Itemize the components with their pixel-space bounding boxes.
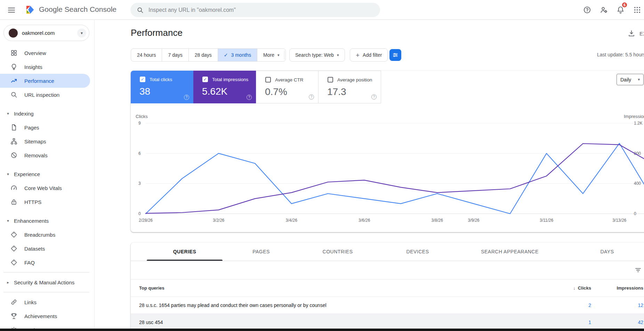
url-inspection-searchbar[interactable] [130,3,380,17]
help-icon[interactable]: ? [309,94,314,100]
date-filter-3-months[interactable]: ✓ 3 months [218,49,257,61]
svg-text:Impressions: Impressions [624,114,644,119]
chevron-down-icon: ▾ [337,53,339,57]
tab-pages[interactable]: PAGES [225,243,298,261]
user-settings-icon[interactable] [600,6,608,14]
sidebar-item-removals[interactable]: Removals [0,148,94,162]
property-name: oakmorel.com [22,30,55,36]
breadcrumbs-icon [10,231,17,238]
metric-card-total-clicks[interactable]: ✓ Total clicks 38 ? [131,71,193,103]
svg-text:Clicks: Clicks [136,114,148,119]
table-row[interactable]: 28 u.s.c. 1654 parties may plead and con… [131,297,644,314]
checkbox-icon[interactable]: ✓ [202,77,208,82]
chevron-down-icon: ▾ [6,172,10,176]
help-icon[interactable] [583,6,591,14]
metric-card-average-position[interactable]: Average position 17.3 ? [319,71,381,103]
sidebar-item-breadcrumbs[interactable]: Breadcrumbs [0,228,94,242]
svg-text:3/11/26: 3/11/26 [540,218,553,223]
performance-icon [10,77,17,84]
performance-chart-panel: ✓ Total clicks 38 ? ✓ Total impressions … [131,71,644,232]
impressions-header[interactable]: Impressions [591,285,643,291]
top-queries-header[interactable]: Top queries [131,285,549,291]
datasets-icon [10,245,17,252]
date-filter-24-hours[interactable]: ✓ 24 hours [131,49,162,61]
tab-devices[interactable]: DEVICES [378,243,458,261]
svg-text:3/8/26: 3/8/26 [432,218,443,223]
clicks-cell: 1 [549,320,591,325]
help-icon[interactable]: ? [371,94,377,100]
sidebar-item-faq[interactable]: FAQ [0,255,94,269]
svg-text:0: 0 [634,211,636,216]
sidebar-section-indexing[interactable]: ▾ Indexing [0,107,94,120]
sidebar-item-performance[interactable]: Performance [0,74,90,88]
metric-card-average-ctr[interactable]: Average CTR 0.7% ? [256,71,319,103]
filter-list-icon[interactable] [634,266,642,274]
svg-text:1.2K: 1.2K [634,121,643,126]
sidebar-item-insights[interactable]: Insights [0,60,94,74]
date-filter-7-days[interactable]: ✓ 7 days [162,49,188,61]
sidebar-section-experience[interactable]: ▾ Experience [0,167,94,181]
pages-icon [10,124,17,131]
property-selector[interactable]: oakmorel.com ▾ [3,25,89,41]
sidebar-item-url-inspection[interactable]: URL inspection [0,88,94,102]
plus-icon: + [356,52,360,58]
notification-badge: 6 [621,2,628,8]
sidebar-divider [3,272,89,273]
metric-card-total-impressions[interactable]: ✓ Total impressions 5.62K ? [193,71,256,103]
sidebar-item-datasets[interactable]: Datasets [0,242,94,255]
sidebar-divider [3,292,89,292]
chevron-down-icon: ▾ [638,77,640,82]
chevron-down-icon: ▾ [277,53,280,57]
metric-value: 5.62K [202,86,227,97]
impressions-cell: 12 [591,302,643,308]
url-inspection-input[interactable] [148,7,374,13]
checkbox-icon[interactable] [265,77,271,82]
svg-text:2/28/26: 2/28/26 [139,218,153,223]
removals-icon [10,152,17,159]
query-cell: 28 usc 454 [131,320,549,325]
sidebar-item-links[interactable]: Links [0,295,94,309]
search-icon [137,7,144,14]
checkbox-icon[interactable]: ✓ [140,77,145,82]
tab-search-appearance[interactable]: SEARCH APPEARANCE [458,243,562,261]
sort-desc-icon: ↓ [573,285,575,291]
add-filter-button[interactable]: + Add filter [350,48,388,62]
export-button[interactable]: EXPORT [628,30,644,37]
last-update-label: Last update: 5.5 hours ago [597,52,644,57]
tab-queries[interactable]: QUERIES [145,243,225,261]
checkbox-icon[interactable] [328,77,333,82]
sidebar-item-core-web-vitals[interactable]: Core Web Vitals [0,181,94,195]
clicks-header[interactable]: ↓Clicks [549,285,591,291]
sidebar-item-https[interactable]: HTTPS [0,195,94,209]
links-icon [10,299,17,306]
date-filter-more[interactable]: More ▾ [257,49,285,61]
interval-select[interactable]: Daily ▾ [617,74,644,85]
sidebar-item-overview[interactable]: Overview [0,46,94,60]
svg-text:0: 0 [138,211,141,216]
metric-value: 0.7% [265,86,287,97]
sidebar-item-achievements[interactable]: Achievements [0,309,94,323]
queries-table-panel: QUERIES PAGES COUNTRIES DEVICES SEARCH A… [131,243,644,331]
svg-text:3/9/26: 3/9/26 [468,218,480,223]
date-filter-28-days[interactable]: ✓ 28 days [188,49,218,61]
help-icon[interactable]: ? [184,95,189,100]
help-icon[interactable]: ? [247,95,252,100]
sidebar-item-pages[interactable]: Pages [0,120,94,134]
sidebar-section-security-manual-actions[interactable]: ▸ Security & Manual Actions [0,275,94,289]
tab-countries[interactable]: COUNTRIES [298,243,378,261]
hamburger-menu-icon[interactable] [7,6,16,15]
apps-grid-icon[interactable] [633,6,642,14]
sidebar-section-enhancements[interactable]: ▾ Enhancements [0,214,94,228]
svg-text:3/13/26: 3/13/26 [612,218,626,223]
search-type-filter[interactable]: Search type: Web ▾ [289,48,345,62]
google-search-console-app: Google Search Console 6 oakmorel.com ▾ O… [0,0,644,331]
overview-icon [10,49,17,56]
metric-value: 38 [139,86,150,97]
query-cell: 28 u.s.c. 1654 parties may plead and con… [131,302,549,308]
sidebar-item-sitemaps[interactable]: Sitemaps [0,134,94,148]
sitemaps-icon [10,138,17,145]
filter-settings-button[interactable] [389,49,401,61]
performance-line-chart[interactable]: 036904008001.2K2/28/263/2/263/4/263/6/26… [131,103,644,232]
core-web-vitals-icon [10,184,17,191]
tab-days[interactable]: DAYS [562,243,644,261]
